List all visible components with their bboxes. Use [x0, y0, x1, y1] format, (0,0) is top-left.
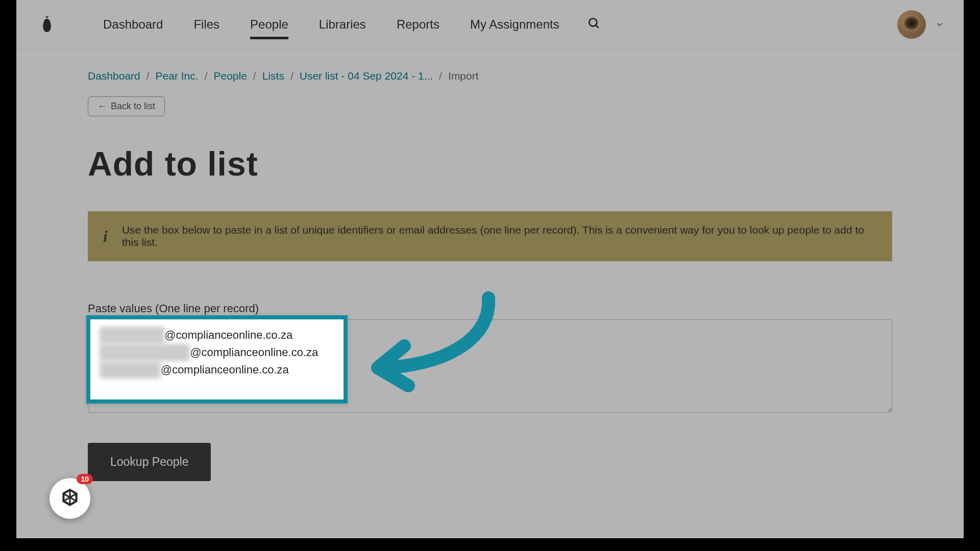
nav-people[interactable]: People [250, 1, 288, 48]
breadcrumb-separator: / [205, 70, 208, 82]
breadcrumb-current: Import [448, 70, 479, 82]
breadcrumb-pear-inc[interactable]: Pear Inc. [156, 70, 199, 82]
info-box: i Use the box below to paste in a list o… [88, 211, 892, 261]
svg-line-1 [596, 25, 598, 28]
highlight-annotation-box: xxxxx xxxxxx@complianceonline.co.za xxxx… [86, 315, 348, 404]
breadcrumb-separator: / [290, 70, 293, 82]
info-text: Use the box below to paste in a list of … [122, 224, 877, 248]
nav-libraries[interactable]: Libraries [319, 1, 366, 48]
lookup-people-button[interactable]: Lookup People [88, 443, 211, 481]
breadcrumb-dashboard[interactable]: Dashboard [88, 70, 140, 82]
breadcrumb: Dashboard / Pear Inc. / People / Lists /… [88, 70, 892, 82]
main-header: Dashboard Files People Libraries Reports… [16, 0, 964, 49]
nav-files[interactable]: Files [193, 1, 219, 48]
chat-logo-icon [59, 488, 81, 509]
nav-dashboard[interactable]: Dashboard [103, 1, 163, 48]
breadcrumb-separator: / [439, 70, 442, 82]
main-nav: Dashboard Files People Libraries Reports… [103, 1, 559, 48]
list-item: xxxxx Xxxxx@complianceonline.co.za [100, 361, 334, 379]
back-arrow-icon: ← [97, 101, 107, 112]
pear-logo[interactable] [37, 12, 57, 37]
paste-values-label: Paste values (One line per record) [88, 302, 892, 315]
breadcrumb-user-list[interactable]: User list - 04 Sep 2024 - 1... [300, 70, 433, 82]
chat-badge: 10 [77, 474, 93, 484]
breadcrumb-people[interactable]: People [213, 70, 247, 82]
avatar[interactable] [897, 10, 926, 39]
breadcrumb-separator: / [146, 70, 150, 82]
search-icon[interactable] [587, 17, 601, 32]
user-menu-chevron-icon[interactable] [936, 21, 943, 28]
svg-point-0 [589, 18, 597, 26]
back-to-list-button[interactable]: ← Back to list [88, 96, 165, 116]
breadcrumb-separator: / [253, 70, 256, 82]
breadcrumb-lists[interactable]: Lists [262, 70, 284, 82]
chat-widget-button[interactable]: 10 [50, 478, 90, 519]
nav-reports[interactable]: Reports [397, 1, 439, 48]
page-title: Add to list [88, 144, 892, 183]
nav-my-assignments[interactable]: My Assignments [470, 1, 559, 48]
info-icon: i [103, 227, 108, 246]
back-button-label: Back to list [111, 101, 155, 112]
list-item: xxxxx xxxxxx@complianceonline.co.za [100, 327, 334, 344]
list-item: xxxxx xx xxxxxxxx@complianceonline.co.za [100, 344, 334, 361]
